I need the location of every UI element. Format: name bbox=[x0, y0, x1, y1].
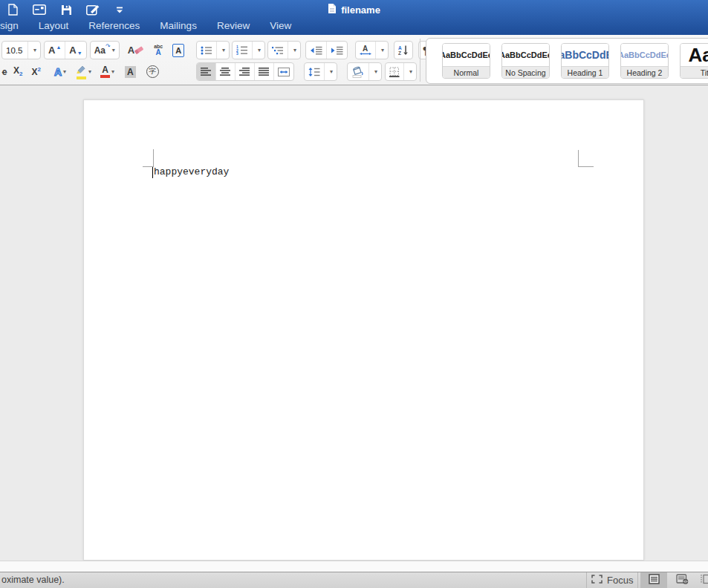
tab-review[interactable]: Review bbox=[217, 20, 250, 31]
sort-az-icon[interactable]: AZ bbox=[394, 42, 412, 59]
document-canvas[interactable]: happyeveryday bbox=[0, 86, 708, 561]
text-direction-dropdown[interactable]: ▾ bbox=[375, 42, 388, 59]
numbering-dropdown[interactable]: ▾ bbox=[252, 42, 264, 59]
font-size-value[interactable]: 10.5 bbox=[2, 42, 27, 59]
style-normal[interactable]: AaBbCcDdEe Normal bbox=[442, 43, 490, 79]
ribbon-tabs: sign Layout References Mailings Review V… bbox=[0, 20, 291, 31]
grow-font-button[interactable]: A▲ bbox=[45, 42, 65, 59]
style-sample-text: AaB bbox=[688, 44, 708, 66]
indent-group bbox=[305, 41, 348, 59]
bullets-dropdown[interactable]: ▾ bbox=[216, 42, 229, 59]
paint-bucket-icon[interactable] bbox=[348, 63, 368, 80]
focus-frame-icon bbox=[591, 575, 603, 586]
numbered-list-icon[interactable]: 123 bbox=[233, 42, 252, 59]
tab-view[interactable]: View bbox=[270, 20, 291, 31]
svg-text:A: A bbox=[363, 45, 368, 53]
character-border-button[interactable]: A bbox=[170, 41, 186, 59]
tab-layout[interactable]: Layout bbox=[39, 20, 69, 31]
web-layout-view-button[interactable] bbox=[671, 572, 693, 588]
multilevel-list-icon[interactable] bbox=[268, 42, 288, 59]
multilevel-dropdown[interactable]: ▾ bbox=[288, 42, 300, 59]
style-sample-text: AaBbCcDdEe bbox=[562, 49, 608, 61]
strikethrough-button-partial[interactable]: e bbox=[0, 62, 9, 81]
increase-indent-button[interactable] bbox=[326, 42, 347, 59]
font-size-step-group: A▲ A▼ bbox=[44, 41, 87, 59]
borders-dropdown[interactable]: ▾ bbox=[403, 63, 416, 80]
style-title[interactable]: AaB Title bbox=[680, 43, 708, 79]
status-divider bbox=[637, 572, 638, 588]
shrink-font-button[interactable]: A▼ bbox=[65, 42, 85, 59]
text-effects-button[interactable]: A▾ bbox=[52, 62, 68, 81]
title-bar: filename sign Layout References Mailings… bbox=[0, 0, 708, 35]
multilevel-list-button[interactable]: ▾ bbox=[267, 41, 301, 59]
bullet-list-icon[interactable] bbox=[197, 42, 216, 59]
status-bar: oximate value). Focus bbox=[0, 572, 708, 588]
page[interactable]: happyeveryday bbox=[83, 99, 644, 561]
tab-references[interactable]: References bbox=[88, 20, 140, 31]
partial-view-button[interactable] bbox=[699, 572, 708, 588]
change-case-button[interactable]: Aa↷▾ bbox=[90, 41, 120, 59]
tab-design-partial[interactable]: sign bbox=[0, 20, 19, 31]
style-sample-text: AaBbCcDdEe bbox=[621, 50, 668, 59]
shading-button[interactable]: ▾ bbox=[347, 62, 382, 81]
draft-view-button[interactable] bbox=[640, 572, 667, 588]
superscript-button[interactable]: X2 bbox=[29, 62, 42, 81]
eraser-icon bbox=[134, 44, 144, 57]
subscript-button[interactable]: X2 bbox=[11, 62, 25, 81]
status-divider bbox=[586, 572, 587, 588]
style-sample-text: AaBbCcDdEe bbox=[443, 50, 490, 59]
highlight-color-button[interactable]: ▾ bbox=[73, 62, 94, 81]
highlighter-icon bbox=[75, 64, 87, 76]
character-shading-button[interactable]: A bbox=[123, 62, 138, 81]
align-left-button[interactable] bbox=[197, 63, 215, 80]
ribbon-group-divider bbox=[420, 39, 420, 82]
bullets-button[interactable]: ▾ bbox=[196, 41, 230, 59]
horizontal-scroll-strip[interactable] bbox=[0, 561, 708, 572]
borders-button[interactable]: ▾ bbox=[385, 62, 417, 81]
style-label: No Spacing bbox=[502, 66, 549, 78]
decrease-indent-button[interactable] bbox=[306, 42, 326, 59]
ribbon: 10.5 ▾ A▲ A▼ Aa↷▾ A bbox=[0, 35, 708, 85]
status-message: oximate value). bbox=[1, 572, 65, 588]
partial-view-icon bbox=[700, 574, 708, 587]
line-spacing-dropdown[interactable]: ▾ bbox=[324, 63, 337, 80]
shading-dropdown[interactable]: ▾ bbox=[368, 63, 381, 80]
distribute-text-button[interactable] bbox=[273, 63, 293, 80]
style-label: Normal bbox=[443, 66, 490, 78]
web-layout-view-icon bbox=[676, 574, 689, 587]
line-spacing-button[interactable]: ▾ bbox=[304, 62, 337, 81]
svg-text:3: 3 bbox=[236, 51, 238, 55]
style-heading-1[interactable]: AaBbCcDdEe Heading 1 bbox=[561, 43, 609, 79]
text-direction-icon[interactable]: A bbox=[356, 42, 375, 59]
focus-label: Focus bbox=[607, 575, 633, 586]
tab-mailings[interactable]: Mailings bbox=[160, 20, 197, 31]
window-title: filename bbox=[0, 3, 708, 16]
text-direction-button[interactable]: A ▾ bbox=[355, 41, 389, 59]
justify-button[interactable] bbox=[254, 63, 273, 80]
style-no-spacing[interactable]: AaBbCcDdEe No Spacing bbox=[501, 43, 550, 79]
style-heading-2[interactable]: AaBbCcDdEe Heading 2 bbox=[620, 43, 669, 79]
style-label: Heading 2 bbox=[621, 66, 668, 78]
enclose-characters-button[interactable]: 字 bbox=[144, 62, 161, 81]
focus-mode-button[interactable]: Focus bbox=[591, 572, 633, 588]
line-spacing-icon[interactable] bbox=[305, 63, 324, 80]
align-center-button[interactable] bbox=[215, 63, 235, 80]
borders-icon[interactable] bbox=[386, 63, 403, 80]
font-size-dropdown[interactable]: ▾ bbox=[27, 42, 40, 59]
text-cursor bbox=[152, 167, 153, 178]
document-title-text: filename bbox=[341, 4, 380, 16]
align-right-button[interactable] bbox=[235, 63, 254, 80]
text-boundary-mark bbox=[578, 150, 579, 167]
svg-text:A: A bbox=[398, 45, 402, 50]
sort-button[interactable]: AZ bbox=[394, 41, 413, 59]
clear-formatting-button[interactable]: A bbox=[126, 41, 146, 59]
document-text[interactable]: happyeveryday bbox=[154, 166, 229, 177]
font-size-combo[interactable]: 10.5 ▾ bbox=[1, 41, 41, 59]
font-color-button[interactable]: A ▾ bbox=[98, 62, 117, 81]
style-label: Heading 1 bbox=[562, 66, 608, 78]
text-boundary-mark bbox=[153, 149, 154, 167]
numbering-button[interactable]: 123 ▾ bbox=[232, 41, 265, 59]
phonetic-guide-button[interactable]: abc A bbox=[152, 41, 165, 59]
text-boundary-mark bbox=[143, 166, 153, 167]
svg-text:Z: Z bbox=[398, 50, 401, 55]
